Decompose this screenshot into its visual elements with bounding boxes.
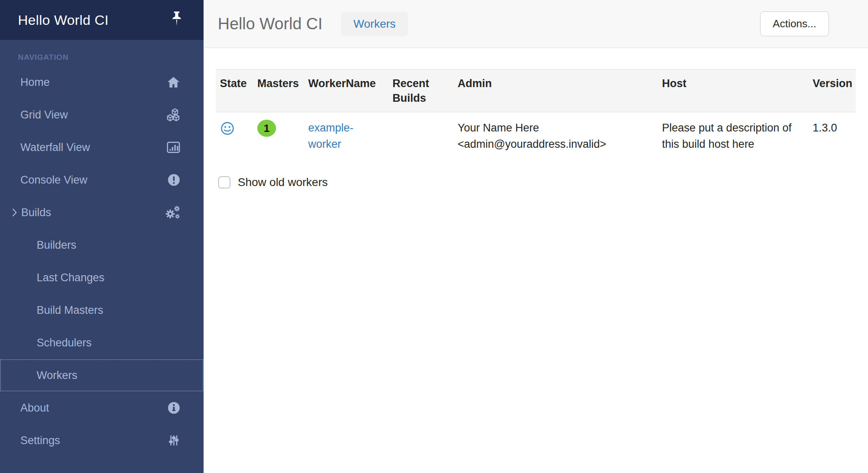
col-header-host: Host [658, 70, 809, 112]
exclamation-circle-icon [167, 173, 181, 187]
app-window: Hello World CI NAVIGATION Home [0, 0, 868, 473]
sidebar-item-label: About [20, 402, 167, 414]
sidebar-item-builders[interactable]: Builders [0, 229, 204, 261]
sidebar-header: Hello World CI [0, 0, 204, 40]
smiley-online-icon [220, 121, 249, 136]
show-old-workers-checkbox[interactable] [218, 176, 230, 188]
sidebar-item-label: Workers [37, 369, 181, 382]
info-circle-icon [167, 401, 181, 415]
col-header-admin: Admin [454, 70, 658, 112]
sidebar-item-about[interactable]: About [0, 392, 204, 424]
sidebar-item-label: Settings [20, 434, 167, 447]
worker-name-cell: example-worker [304, 112, 388, 160]
worker-state-cell [216, 112, 253, 160]
sidebar-item-label: Builders [37, 239, 181, 252]
sidebar-item-console-view[interactable]: Console View [0, 164, 204, 196]
sidebar-item-label: Console View [20, 174, 167, 186]
worker-version-cell: 1.3.0 [809, 112, 856, 160]
chevron-right-icon [11, 208, 18, 217]
table-row: 1 example-worker Your Name Here <admin@y… [216, 112, 856, 160]
worker-masters-cell: 1 [253, 112, 304, 160]
pin-icon[interactable] [169, 11, 184, 29]
worker-name-link[interactable]: example-worker [308, 120, 373, 152]
sidebar-item-grid-view[interactable]: Grid View [0, 99, 204, 131]
worker-admin-cell: Your Name Here <admin@youraddress.invali… [454, 112, 658, 160]
sidebar-item-builds[interactable]: Builds [0, 196, 204, 229]
main-panel: Hello World CI Workers Actions... State … [204, 0, 868, 473]
show-old-workers-row: Show old workers [218, 176, 856, 189]
worker-recent-builds-cell [388, 112, 454, 160]
sliders-icon [167, 433, 181, 448]
show-old-workers-label[interactable]: Show old workers [238, 176, 328, 189]
content-area: State Masters WorkerName Recent Builds A… [204, 48, 868, 189]
col-header-recent-builds: Recent Builds [388, 70, 454, 112]
bar-chart-icon [166, 140, 181, 155]
sidebar: Hello World CI NAVIGATION Home [0, 0, 204, 473]
sidebar-item-label: Builds [21, 206, 164, 219]
col-header-masters: Masters [253, 70, 304, 112]
sidebar-item-home[interactable]: Home [0, 66, 204, 99]
sidebar-item-build-masters[interactable]: Build Masters [0, 294, 204, 326]
cogs-icon [164, 205, 181, 220]
cubes-icon [165, 107, 181, 123]
sidebar-item-settings[interactable]: Settings [0, 424, 204, 457]
nav-section-label: NAVIGATION [0, 40, 204, 66]
worker-host-cell: Please put a description of this build h… [658, 112, 809, 160]
workers-table: State Masters WorkerName Recent Builds A… [216, 69, 856, 160]
actions-button[interactable]: Actions... [760, 11, 829, 36]
sidebar-item-label: Last Changes [37, 272, 181, 284]
sidebar-item-label: Waterfall View [20, 141, 166, 154]
sidebar-item-label: Build Masters [37, 304, 181, 317]
sidebar-item-label: Grid View [20, 109, 165, 121]
brand-title[interactable]: Hello World CI [18, 12, 109, 28]
home-icon [166, 75, 181, 90]
sidebar-item-workers[interactable]: Workers [0, 359, 204, 392]
tab-workers[interactable]: Workers [341, 12, 408, 36]
col-header-version: Version [809, 70, 856, 112]
sidebar-item-schedulers[interactable]: Schedulers [0, 326, 204, 359]
masters-count-badge: 1 [257, 120, 276, 137]
sidebar-item-label: Home [20, 76, 166, 89]
col-header-state: State [216, 70, 253, 112]
sidebar-nav: Home Grid View [0, 66, 204, 457]
table-header-row: State Masters WorkerName Recent Builds A… [216, 70, 856, 112]
page-title: Hello World CI [218, 15, 322, 33]
sidebar-item-waterfall-view[interactable]: Waterfall View [0, 131, 204, 164]
main-header: Hello World CI Workers Actions... [204, 0, 868, 48]
sidebar-item-last-changes[interactable]: Last Changes [0, 261, 204, 294]
sidebar-item-label: Schedulers [37, 337, 181, 349]
col-header-workername: WorkerName [304, 70, 388, 112]
